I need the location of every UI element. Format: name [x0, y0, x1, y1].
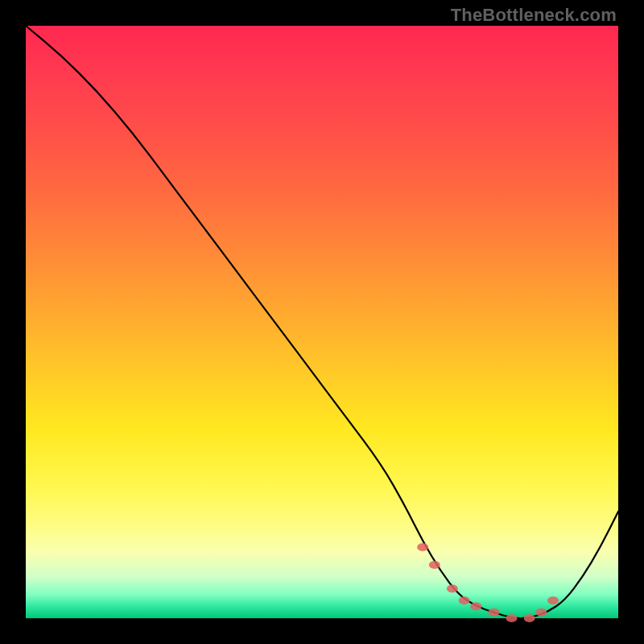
highlight-marker [488, 609, 499, 617]
highlight-marker [524, 614, 535, 622]
bottleneck-curve-line [26, 26, 618, 618]
highlight-marker [547, 597, 559, 605]
highlight-marker [459, 597, 470, 605]
highlight-marker [506, 614, 518, 622]
highlight-marker [429, 561, 440, 569]
highlight-marker [470, 602, 481, 610]
highlight-marker [447, 584, 458, 592]
highlight-marker [417, 543, 428, 551]
watermark-text: TheBottleneck.com [451, 5, 617, 26]
highlight-marker [535, 609, 547, 617]
chart-overlay-svg [26, 26, 618, 618]
chart-area [26, 26, 618, 618]
